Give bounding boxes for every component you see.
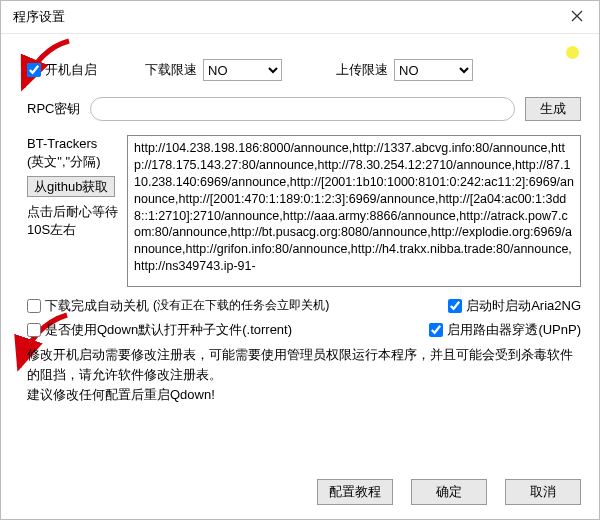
footer-buttons: 配置教程 确定 取消 xyxy=(317,479,581,505)
shutdown-checkbox[interactable]: 下载完成自动关机 xyxy=(27,297,149,315)
aria2ng-input[interactable] xyxy=(448,299,462,313)
shutdown-input[interactable] xyxy=(27,299,41,313)
row-rpc: RPC密钥 生成 xyxy=(27,97,581,121)
row-shutdown: 下载完成自动关机 (没有正在下载的任务会立即关机) 启动时启动Aria2NG xyxy=(27,297,581,315)
row-torrent: 是否使用Qdown默认打开种子文件(.torrent) 启用路由器穿透(UPnP… xyxy=(27,321,581,339)
trackers-textarea[interactable] xyxy=(127,135,581,287)
titlebar: 程序设置 xyxy=(1,1,599,34)
upnp-input[interactable] xyxy=(429,323,443,337)
download-speed-label: 下载限速 xyxy=(145,61,197,79)
row-general: 开机自启 下载限速 NO 上传限速 NO xyxy=(27,59,581,81)
upload-speed-label: 上传限速 xyxy=(336,61,388,79)
trackers-label: BT-Trackers xyxy=(27,136,97,151)
qdown-torrent-input[interactable] xyxy=(27,323,41,337)
autostart-input[interactable] xyxy=(27,63,41,77)
trackers-left-panel: BT-Trackers (英文","分隔) 从github获取 点击后耐心等待1… xyxy=(27,135,119,238)
window-title: 程序设置 xyxy=(13,8,65,26)
trackers-sublabel: (英文","分隔) xyxy=(27,154,101,169)
autostart-checkbox[interactable]: 开机自启 xyxy=(27,61,97,79)
autostart-label: 开机自启 xyxy=(45,61,97,79)
upnp-checkbox[interactable]: 启用路由器穿透(UPnP) xyxy=(429,321,581,339)
qdown-torrent-checkbox[interactable]: 是否使用Qdown默认打开种子文件(.torrent) xyxy=(27,321,292,339)
generate-button[interactable]: 生成 xyxy=(525,97,581,121)
settings-window: 程序设置 开机自启 下载限速 NO 上传限速 NO xyxy=(0,0,600,520)
rpc-label: RPC密钥 xyxy=(27,100,80,118)
trackers-note: 点击后耐心等待10S左右 xyxy=(27,203,119,238)
close-icon xyxy=(571,8,583,26)
shutdown-label: 下载完成自动关机 xyxy=(45,297,149,315)
upnp-label: 启用路由器穿透(UPnP) xyxy=(447,321,581,339)
options-block: 下载完成自动关机 (没有正在下载的任务会立即关机) 启动时启动Aria2NG 是… xyxy=(27,297,581,339)
cancel-button[interactable]: 取消 xyxy=(505,479,581,505)
aria2ng-label: 启动时启动Aria2NG xyxy=(466,297,581,315)
rpc-key-input[interactable] xyxy=(90,97,515,121)
client-area: 开机自启 下载限速 NO 上传限速 NO RPC密钥 生成 BT-Tracker… xyxy=(1,33,599,519)
shutdown-hint: (没有正在下载的任务会立即关机) xyxy=(153,297,329,314)
notice-line2: 建议修改任何配置后重启Qdown! xyxy=(27,387,215,402)
notice-paragraph: 修改开机启动需要修改注册表，可能需要使用管理员权限运行本程序，并且可能会受到杀毒… xyxy=(27,345,581,405)
upload-speed-select[interactable]: NO xyxy=(394,59,473,81)
aria2ng-checkbox[interactable]: 启动时启动Aria2NG xyxy=(448,297,581,315)
download-speed-select[interactable]: NO xyxy=(203,59,282,81)
ok-button[interactable]: 确定 xyxy=(411,479,487,505)
close-button[interactable] xyxy=(563,3,591,31)
notice-line1: 修改开机启动需要修改注册表，可能需要使用管理员权限运行本程序，并且可能会受到杀毒… xyxy=(27,347,573,382)
fetch-github-button[interactable]: 从github获取 xyxy=(27,176,115,197)
qdown-torrent-label: 是否使用Qdown默认打开种子文件(.torrent) xyxy=(45,321,292,339)
trackers-block: BT-Trackers (英文","分隔) 从github获取 点击后耐心等待1… xyxy=(27,135,581,287)
tutorial-button[interactable]: 配置教程 xyxy=(317,479,393,505)
